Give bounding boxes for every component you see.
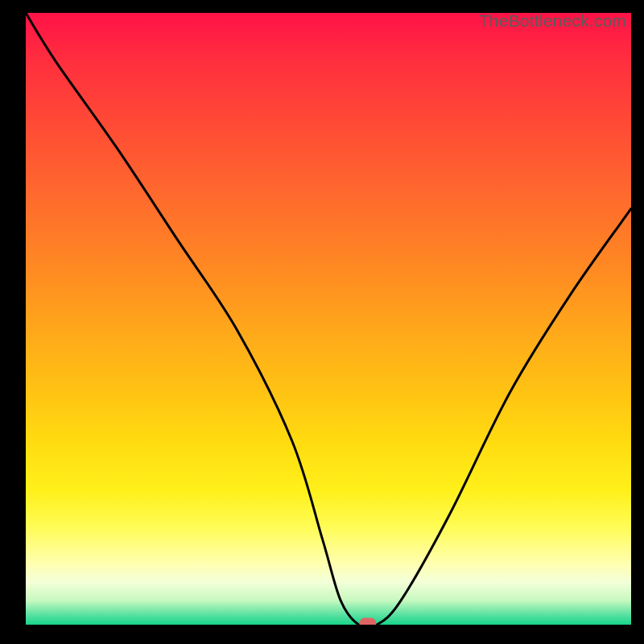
chart-svg (26, 13, 631, 625)
chart-frame: TheBottleneck.com (0, 0, 644, 644)
plot-area: TheBottleneck.com (26, 13, 631, 625)
bottleneck-curve (26, 13, 631, 625)
optimal-point-marker (360, 618, 376, 625)
